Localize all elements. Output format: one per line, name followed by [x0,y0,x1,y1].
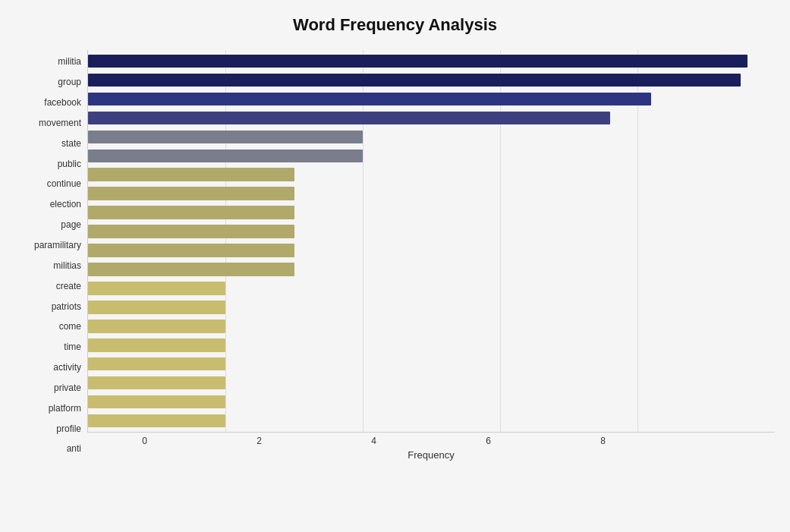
bars-and-xaxis: 02468 Frequency [87,50,775,461]
y-label: election [50,200,81,209]
bar [88,282,225,294]
y-label: state [61,139,81,148]
bar [88,263,294,275]
bar [88,150,363,162]
bar [88,301,225,313]
bar-row [88,203,775,222]
bar-row [88,52,775,71]
bar [88,376,225,389]
bar [88,112,610,124]
bar-row [88,373,775,392]
bar [88,395,225,408]
bar-row [88,90,775,109]
y-label: page [61,220,81,229]
y-label: patriots [52,302,81,311]
y-label: private [54,383,81,392]
chart-container: Word Frequency Analysis militiagroupface… [0,0,790,532]
x-tick: 0 [87,436,202,446]
x-tick: 8 [546,436,660,446]
bar-row [88,184,775,203]
bar [88,357,225,370]
bar [88,131,363,143]
bar [88,225,294,238]
y-axis: militiagroupfacebookmovementstatepublicc… [15,50,87,461]
bar [88,55,748,68]
bar-row [88,354,775,373]
bar [88,320,225,332]
y-label: militias [53,261,81,270]
x-tick: 6 [431,436,546,446]
y-label: militia [58,57,81,66]
bars-inner [88,50,775,432]
bar [88,338,225,351]
bar-row [88,411,775,430]
y-label: anti [67,444,81,453]
y-label: platform [49,404,81,413]
y-label: paramilitary [34,241,81,250]
y-label: time [64,342,81,351]
y-label: create [56,282,81,291]
bar [88,168,294,181]
bar [88,414,225,427]
x-tick: 2 [202,436,316,446]
bar-row [88,71,775,90]
bar [88,244,294,257]
chart-area: militiagroupfacebookmovementstatepublicc… [15,50,775,461]
bar-row [88,392,775,411]
y-label: profile [56,424,81,433]
x-tick: 4 [316,436,431,446]
chart-title: Word Frequency Analysis [15,15,775,35]
bars-area [87,50,775,433]
bar [88,187,294,200]
bar-row [88,335,775,354]
y-label: group [58,77,81,87]
x-axis-label: Frequency [87,449,775,461]
y-label: facebook [44,98,81,107]
x-axis: 02468 [87,433,775,446]
bar-row [88,127,775,146]
bar-row [88,316,775,335]
bar-row [88,297,775,316]
bar-row [88,165,775,184]
bar-row [88,241,775,260]
y-label: come [59,322,81,331]
bar [88,74,741,87]
bar-row [88,146,775,165]
y-label: movement [39,118,81,127]
y-label: continue [47,179,81,188]
bar-row [88,279,775,297]
bar-row [88,109,775,127]
bar-row [88,260,775,279]
bar [88,93,651,105]
bar [88,206,294,219]
y-label: activity [53,363,81,372]
y-label: public [58,159,81,168]
bar-row [88,222,775,241]
